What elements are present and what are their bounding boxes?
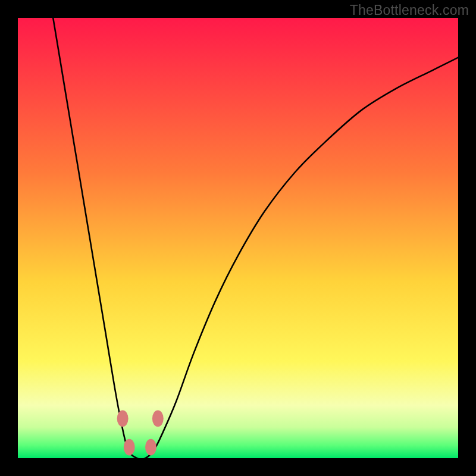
chart-frame: TheBottleneck.com bbox=[0, 0, 476, 476]
curve-marker bbox=[152, 411, 164, 427]
curve-marker bbox=[124, 439, 135, 456]
curve-marker bbox=[145, 439, 156, 456]
watermark-text: TheBottleneck.com bbox=[350, 2, 469, 18]
plot-area bbox=[18, 18, 458, 458]
bottleneck-curve bbox=[53, 18, 458, 458]
curve-marker bbox=[117, 411, 129, 427]
curve-layer bbox=[18, 18, 458, 458]
